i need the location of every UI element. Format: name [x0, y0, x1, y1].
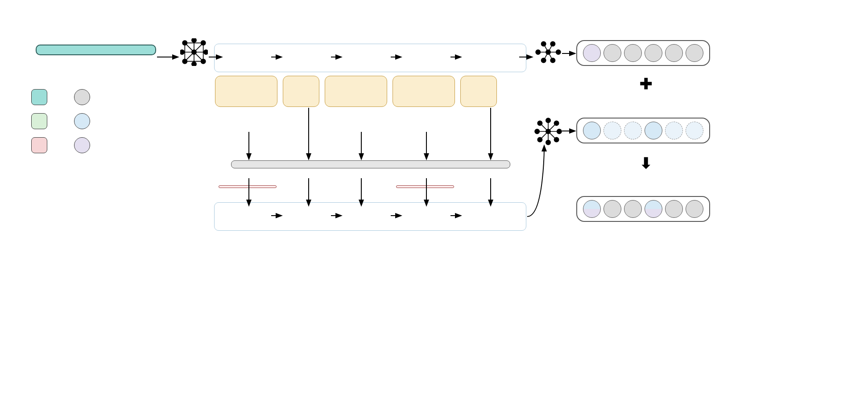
svg-point-11	[201, 59, 206, 64]
reward-circle-half	[583, 200, 601, 218]
icm-network-icon	[534, 118, 562, 145]
not-in-top-1-left	[219, 185, 277, 188]
svg-point-10	[182, 59, 187, 64]
reward-circle-dashed	[624, 122, 642, 139]
reward-circle	[686, 44, 703, 62]
legend-w-curiosity	[31, 137, 52, 153]
total-reward-panel	[576, 196, 710, 222]
svg-point-36	[554, 121, 558, 125]
prompt-box	[36, 45, 156, 55]
prob-ellipsis-1	[283, 76, 319, 107]
prob-card-2	[325, 76, 387, 107]
svg-point-8	[182, 41, 187, 45]
svg-point-12	[192, 38, 196, 42]
svg-point-31	[546, 118, 550, 123]
svg-point-9	[201, 41, 206, 45]
explore-box	[231, 160, 510, 168]
plus-icon: ✚	[640, 75, 652, 93]
svg-point-37	[537, 137, 542, 142]
swatch-intrinsic	[74, 113, 90, 129]
down-arrow-icon: ⬇	[640, 154, 652, 172]
reward-circle-dashed	[603, 122, 621, 139]
prob-ellipsis-2	[460, 76, 497, 107]
svg-point-16	[192, 50, 196, 54]
svg-point-26	[546, 50, 550, 54]
legend	[31, 89, 95, 153]
legend-kl-penalty	[74, 137, 95, 153]
svg-point-20	[536, 50, 540, 54]
svg-point-15	[204, 50, 208, 54]
svg-point-21	[556, 50, 561, 54]
prob-card-1	[215, 76, 277, 107]
svg-point-23	[550, 41, 555, 46]
svg-point-33	[535, 129, 539, 134]
reward-circle	[665, 44, 683, 62]
svg-point-25	[550, 58, 555, 62]
reward-circle	[665, 200, 683, 218]
top-frame	[214, 44, 526, 72]
swatch-prompts	[31, 89, 47, 105]
svg-point-13	[192, 62, 196, 66]
notin-row	[219, 185, 454, 188]
reward-circle	[603, 200, 621, 218]
reward-circle	[645, 122, 662, 139]
swatch-kl	[74, 137, 90, 153]
reward-circle	[686, 200, 703, 218]
diagram-area: ✚ ⬇	[27, 27, 841, 241]
svg-point-34	[557, 129, 562, 134]
policy-network-icon	[180, 38, 208, 66]
swatch-w-curiosity	[31, 137, 47, 153]
legend-extrinsic-reward	[74, 89, 95, 105]
reward-circle	[583, 122, 601, 139]
svg-point-38	[554, 137, 558, 142]
extrinsic-reward-panel	[576, 40, 710, 66]
prob-card-3	[393, 76, 455, 107]
reward-circle	[624, 200, 642, 218]
legend-wo-curiosity	[31, 113, 52, 129]
svg-point-22	[541, 41, 546, 46]
bottom-frame	[214, 202, 526, 231]
svg-point-35	[537, 121, 542, 125]
reward-circle-dashed	[686, 122, 703, 139]
svg-point-39	[546, 129, 550, 134]
rm-network-icon	[534, 38, 562, 66]
reward-circle	[624, 44, 642, 62]
svg-point-32	[546, 140, 550, 145]
not-in-top-1-right	[396, 185, 454, 188]
swatch-extrinsic	[74, 89, 90, 105]
prob-row	[215, 76, 497, 107]
legend-intrinsic-reward	[74, 113, 95, 129]
svg-point-14	[180, 50, 184, 54]
pipeline	[219, 41, 522, 232]
swatch-wo-curiosity	[31, 113, 47, 129]
reward-circle	[583, 44, 601, 62]
svg-point-24	[541, 58, 546, 62]
reward-circle-dashed	[665, 122, 683, 139]
legend-prompts	[31, 89, 52, 105]
reward-circle-half	[645, 200, 662, 218]
reward-circle	[645, 44, 662, 62]
reward-circle	[603, 44, 621, 62]
intrinsic-reward-panel	[576, 118, 710, 143]
